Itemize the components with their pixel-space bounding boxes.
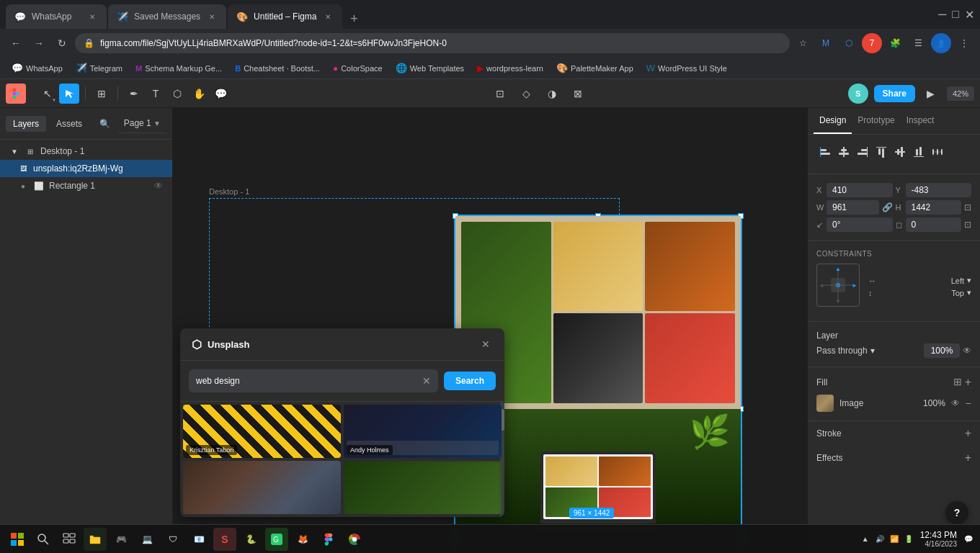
clear-search-button[interactable]: ✕	[422, 375, 431, 387]
fill-grid-icon[interactable]: ⊞	[953, 376, 962, 389]
blend-mode-selector[interactable]: Pass through ▾	[816, 346, 875, 356]
search-layers-btn[interactable]: 🔍	[98, 117, 112, 131]
x-value[interactable]: 410	[827, 183, 893, 197]
lock-ratio-icon[interactable]: 🔗	[882, 202, 893, 212]
align-right-button[interactable]	[854, 143, 871, 161]
design-tab[interactable]: Design	[814, 108, 852, 134]
url-input[interactable]	[100, 38, 781, 48]
fill-opacity-value[interactable]: 100%	[923, 398, 945, 408]
bookmark-star-button[interactable]: ☆	[793, 33, 813, 53]
canvas-area[interactable]: Desktop - 1	[173, 108, 807, 553]
fill-visibility-icon[interactable]: 👁	[951, 398, 960, 408]
add-effect-button[interactable]: +	[965, 451, 971, 464]
bookmark-telegram[interactable]: ✈️ Telegram	[70, 60, 128, 76]
align-bottom-button[interactable]	[910, 143, 927, 161]
refresh-button[interactable]: ↻	[52, 33, 72, 53]
corner-expand-icon[interactable]: ⊡	[964, 220, 971, 230]
snake-icon[interactable]: 🐍	[239, 528, 262, 551]
comment-tool-btn[interactable]: 💬	[210, 84, 231, 104]
bookmark-palettemaker[interactable]: 🎨 PaletteMaker App	[551, 60, 639, 76]
extension-3-button[interactable]: 7	[862, 33, 882, 53]
select-tool-btn[interactable]	[59, 84, 79, 104]
pen-tool-btn[interactable]: ✒	[124, 84, 144, 104]
zoom-control[interactable]: 42%	[947, 86, 974, 101]
move-tool-btn[interactable]: ↖ ▼	[37, 84, 58, 104]
tab-whatsapp[interactable]: 💬 WhatsApp ✕	[6, 4, 107, 29]
start-button[interactable]	[6, 528, 29, 551]
figma-taskbar-icon[interactable]	[317, 528, 340, 551]
layers-tab[interactable]: Layers	[6, 116, 46, 132]
forward-button[interactable]: →	[29, 33, 49, 53]
add-fill-button[interactable]: +	[965, 376, 971, 389]
inspect-tab[interactable]: Inspect	[901, 108, 940, 134]
unsplash-close-button[interactable]: ✕	[478, 337, 493, 351]
assets-tab[interactable]: Assets	[49, 116, 89, 132]
opacity-value[interactable]: 100%	[924, 343, 960, 358]
align-left-button[interactable]	[816, 143, 834, 161]
search-taskbar-button[interactable]	[32, 528, 55, 551]
h-value[interactable]: 1442	[906, 200, 962, 215]
remove-fill-button[interactable]: −	[966, 397, 971, 409]
firefox-icon[interactable]: 🦊	[291, 528, 314, 551]
add-stroke-button[interactable]: +	[965, 427, 971, 440]
window-maximize-btn[interactable]: □	[952, 8, 959, 21]
frame-tool-btn[interactable]: ⊞	[92, 84, 112, 104]
extension-2-button[interactable]: ⬡	[839, 33, 859, 53]
constraint-v-value[interactable]: Top ▾	[951, 288, 971, 297]
layer-rectangle[interactable]: ● ⬜ Rectangle 1 👁	[0, 177, 172, 194]
tab-saved-messages-close[interactable]: ✕	[206, 11, 218, 22]
taskview-button[interactable]	[58, 528, 81, 551]
rotation-field[interactable]: ↙ 0°	[816, 217, 893, 232]
notification-icon[interactable]: 💬	[963, 534, 974, 545]
unsplash-image-2[interactable]: Andy Holmes	[344, 405, 502, 458]
more-menu-button[interactable]: ⋮	[954, 33, 974, 53]
unsplash-image-1[interactable]: Krisztian Tabori	[183, 405, 341, 458]
tab-whatsapp-close[interactable]: ✕	[86, 11, 98, 22]
profile-button[interactable]: 👤	[931, 33, 951, 53]
theme-btn[interactable]: ◑	[542, 84, 562, 104]
network-icon[interactable]: 📶	[888, 534, 900, 545]
h-field[interactable]: H 1442 ⊡	[896, 200, 972, 215]
align-center-h-button[interactable]	[835, 143, 852, 161]
filemanager-icon[interactable]	[84, 528, 107, 551]
unsplash-image-3[interactable]	[183, 461, 341, 514]
distribute-h-button[interactable]	[929, 143, 946, 161]
share-button[interactable]: Share	[874, 85, 915, 102]
figma-logo-icon[interactable]	[6, 84, 26, 104]
y-field[interactable]: Y -483	[896, 183, 972, 197]
align-top-button[interactable]	[873, 143, 890, 161]
hand-tool-btn[interactable]: ✋	[189, 84, 209, 104]
variant-btn[interactable]: ◇	[516, 84, 536, 104]
app-s-icon[interactable]: S	[213, 528, 236, 551]
gamecontroller-icon[interactable]: 🎮	[110, 528, 133, 551]
unsplash-image-4[interactable]	[344, 461, 502, 514]
extension-puzzle-button[interactable]: 🧩	[885, 33, 905, 53]
bookmark-colorspace[interactable]: ● ColorSpace	[327, 61, 388, 76]
text-tool-btn[interactable]: T	[146, 84, 166, 104]
crop-btn[interactable]: ⊠	[568, 84, 588, 104]
bookmark-schema[interactable]: M Schema Markup Ge...	[130, 62, 228, 75]
battery-icon[interactable]: 🔋	[903, 534, 914, 545]
shield-icon[interactable]: 🛡	[161, 528, 184, 551]
mail-icon[interactable]: 📧	[187, 528, 210, 551]
back-button[interactable]: ←	[6, 33, 26, 53]
unsplash-search-button[interactable]: Search	[444, 372, 496, 390]
lock-size-icon[interactable]: ⊡	[964, 202, 971, 212]
address-bar[interactable]: 🔒	[75, 33, 790, 53]
extensions-button[interactable]: M	[816, 33, 836, 53]
unsplash-search-input[interactable]	[196, 369, 416, 392]
play-button[interactable]: ▶	[921, 84, 941, 104]
rotation-value[interactable]: 0°	[827, 217, 893, 232]
bookmark-wordpress-ui[interactable]: W WordPress UI Style	[641, 60, 733, 76]
window-minimize-btn[interactable]: ─	[938, 8, 946, 21]
align-middle-v-button[interactable]	[891, 143, 909, 161]
layer-desktop-1[interactable]: ▼ ⊞ Desktop - 1	[0, 143, 172, 160]
chrome-icon[interactable]	[343, 528, 366, 551]
constraint-h-value[interactable]: Left ▾	[951, 276, 971, 285]
bookmark-web-templates[interactable]: 🌐 Web Templates	[390, 60, 470, 76]
laptop-icon[interactable]: 💻	[135, 528, 159, 551]
user-avatar[interactable]: S	[848, 84, 868, 104]
component-btn[interactable]: ⊡	[490, 84, 510, 104]
layer-visibility-toggle[interactable]: 👁	[963, 346, 971, 356]
new-tab-button[interactable]: +	[344, 9, 364, 29]
